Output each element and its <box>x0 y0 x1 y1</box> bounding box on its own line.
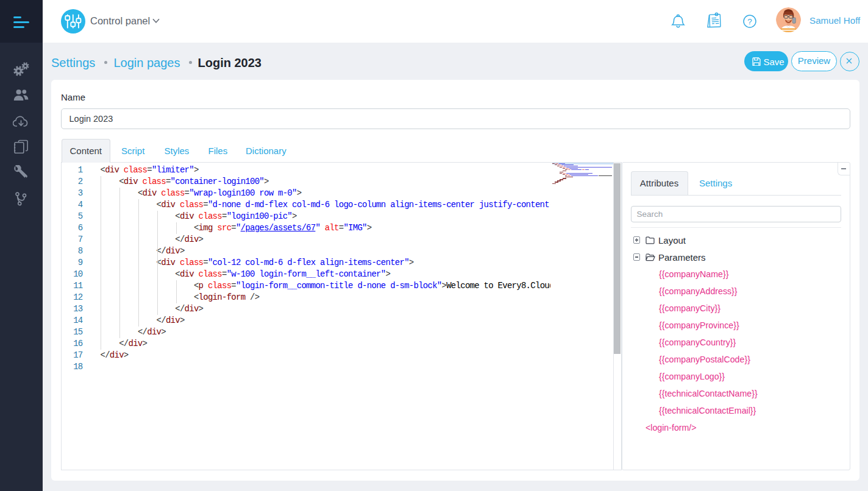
svg-text:?: ? <box>747 17 752 26</box>
